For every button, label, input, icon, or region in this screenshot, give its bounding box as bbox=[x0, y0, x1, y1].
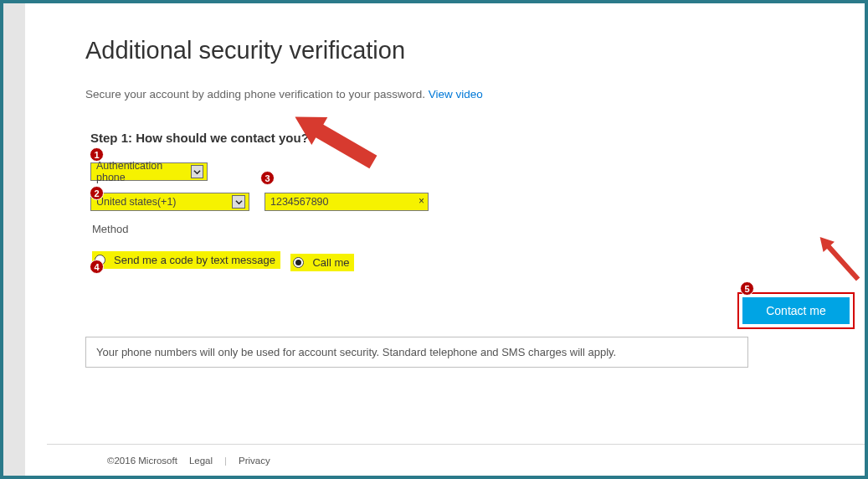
contact-method-row: Authentication phone bbox=[90, 157, 865, 181]
contact-method-select[interactable]: Authentication phone bbox=[90, 162, 208, 181]
method-label: Method bbox=[92, 223, 865, 235]
method-option-sms[interactable]: Send me a code by text message bbox=[92, 251, 280, 269]
contact-me-button[interactable]: Contact me bbox=[742, 297, 850, 324]
phone-input[interactable]: 1234567890 × bbox=[265, 193, 429, 211]
annotation-badge-2: 2 bbox=[90, 186, 104, 200]
contact-method-value: Authentication phone bbox=[96, 160, 184, 183]
chevron-down-icon bbox=[232, 195, 245, 209]
annotation-badge-5: 5 bbox=[740, 281, 754, 296]
radio-icon bbox=[293, 257, 304, 268]
contact-button-highlight: Contact me bbox=[737, 292, 855, 329]
country-select[interactable]: United states(+1) bbox=[90, 193, 249, 211]
annotation-badge-3: 3 bbox=[260, 171, 275, 185]
method-sms-label: Send me a code by text message bbox=[114, 254, 275, 266]
page: Additional security verification Secure … bbox=[25, 3, 865, 476]
method-option-call[interactable]: Call me bbox=[290, 254, 354, 271]
copyright: ©2016 Microsoft bbox=[107, 456, 177, 466]
content-area: Additional security verification Secure … bbox=[25, 3, 865, 444]
intro-text: Secure your account by adding phone veri… bbox=[85, 88, 865, 100]
footnote-box: Your phone numbers will only be used for… bbox=[85, 337, 748, 368]
privacy-link[interactable]: Privacy bbox=[239, 456, 270, 466]
intro-plain: Secure your account by adding phone veri… bbox=[85, 88, 429, 100]
chevron-down-icon bbox=[191, 165, 203, 178]
country-value: United states(+1) bbox=[96, 196, 177, 208]
clear-icon[interactable]: × bbox=[419, 195, 424, 207]
left-gutter bbox=[3, 3, 25, 476]
phone-value: 1234567890 bbox=[270, 196, 329, 208]
page-title: Additional security verification bbox=[85, 37, 865, 64]
footer: ©2016 Microsoft Legal | Privacy bbox=[47, 444, 865, 476]
country-phone-row: United states(+1) 1234567890 × bbox=[90, 193, 865, 211]
annotation-badge-1: 1 bbox=[90, 147, 104, 162]
annotation-badge-4: 4 bbox=[90, 260, 104, 274]
svg-marker-1 bbox=[814, 232, 864, 285]
separator: | bbox=[224, 456, 227, 466]
window-frame: Additional security verification Secure … bbox=[0, 0, 868, 479]
method-call-label: Call me bbox=[312, 256, 349, 269]
view-video-link[interactable]: View video bbox=[429, 88, 483, 100]
step-title: Step 1: How should we contact you? bbox=[90, 131, 865, 145]
legal-link[interactable]: Legal bbox=[189, 456, 213, 466]
annotation-arrow-icon bbox=[813, 230, 867, 287]
